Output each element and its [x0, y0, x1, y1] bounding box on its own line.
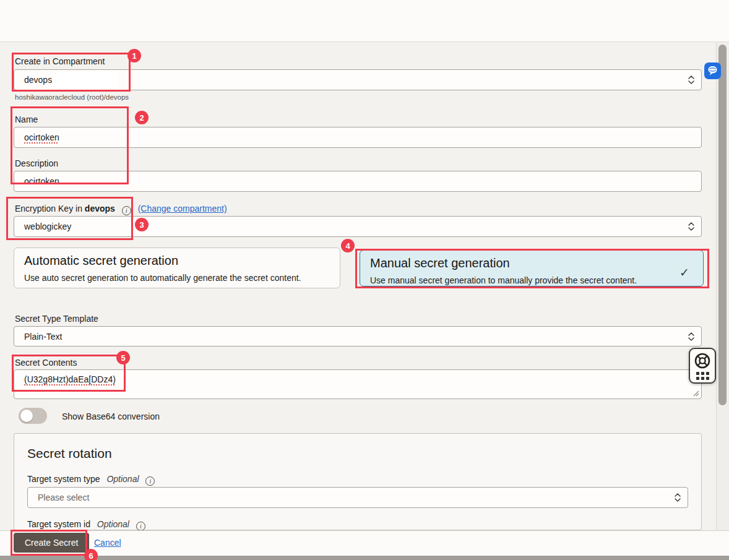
scrollbar-thumb[interactable] [718, 45, 727, 405]
resize-handle-icon[interactable] [693, 390, 699, 397]
secret-type-select[interactable]: Plain-Text [14, 326, 702, 347]
secret-rotation-title: Secret rotation [27, 446, 112, 461]
create-secret-button[interactable]: Create Secret [14, 533, 89, 553]
manual-generation-card[interactable]: Manual secret generation Use manual secr… [360, 250, 704, 286]
annotation-badge-1: 1 [127, 49, 141, 62]
encryption-key-select[interactable]: weblogickey [14, 216, 702, 237]
annotation-badge-4: 4 [341, 239, 355, 252]
secret-contents-label: Secret Contents [15, 358, 77, 368]
automatic-generation-description: Use auto secret generation to automatica… [24, 273, 330, 283]
chevron-up-down-icon [688, 332, 695, 342]
manual-generation-description: Use manual secret generation to manually… [370, 275, 693, 285]
annotation-badge-5: 5 [116, 351, 130, 364]
compartment-hint: hoshikawaoraclecloud (root)/devops [15, 93, 129, 101]
compartment-select[interactable]: devops [14, 69, 702, 90]
chevron-up-down-icon [688, 222, 695, 231]
compartment-label: Create in Compartment [15, 56, 105, 66]
check-icon: ✓ [679, 265, 689, 280]
redaction-patch [56, 72, 117, 88]
target-system-type-text: Target system type [27, 474, 100, 484]
encryption-key-label-prefix: Encryption Key in [15, 204, 82, 213]
automatic-generation-card[interactable]: Automatic secret generation Use auto sec… [14, 248, 340, 288]
change-compartment-link[interactable]: (Change compartment) [138, 204, 227, 213]
name-label: Name [15, 114, 38, 124]
target-system-id-label: Target system id Optional i [27, 519, 145, 531]
lifebuoy-icon[interactable] [693, 351, 712, 370]
target-system-type-placeholder: Please select [38, 493, 89, 502]
bottom-edge-strip [0, 556, 729, 560]
floating-helper-widget[interactable] [689, 348, 716, 384]
cancel-link[interactable]: Cancel [94, 538, 121, 548]
info-icon[interactable]: i [122, 206, 131, 215]
target-system-type-label: Target system type Optional i [27, 474, 155, 486]
secret-type-label: Secret Type Template [15, 314, 98, 324]
secret-type-value: Plain-Text [24, 332, 62, 342]
base64-toggle[interactable] [19, 408, 47, 424]
target-system-type-optional: Optional [106, 474, 139, 484]
encryption-key-label: Encryption Key in devops i (Change compa… [15, 204, 227, 215]
browser-extension-icon[interactable] [704, 62, 721, 79]
annotation-badge-6: 6 [84, 549, 98, 560]
annotation-badge-3: 3 [135, 218, 149, 231]
target-system-id-optional: Optional [97, 519, 129, 529]
compartment-value: devops [24, 75, 52, 85]
info-icon[interactable]: i [145, 476, 155, 486]
toggle-knob [20, 410, 33, 422]
secret-contents-textarea[interactable]: (U32g8Hzt)daEa[DDz4) [14, 369, 702, 399]
description-value: ocirtoken [24, 176, 59, 186]
secret-contents-value: (U32g8Hzt)daEa[DDz4) [24, 374, 116, 384]
name-input[interactable]: ocirtoken [14, 127, 702, 148]
description-label: Description [15, 158, 58, 168]
grid-dots-icon[interactable] [696, 372, 709, 380]
chevron-up-down-icon [674, 493, 681, 502]
target-system-id-text: Target system id [27, 519, 90, 529]
target-system-type-select[interactable]: Please select [27, 487, 688, 508]
info-icon[interactable]: i [136, 522, 145, 531]
encryption-key-compartment: devops [85, 204, 115, 213]
description-input[interactable]: ocirtoken [14, 171, 702, 192]
annotation-badge-2: 2 [135, 111, 149, 124]
chat-swirl-icon [706, 64, 719, 77]
automatic-generation-title: Automatic secret generation [24, 254, 330, 268]
base64-toggle-label: Show Base64 conversion [62, 411, 160, 421]
manual-generation-title: Manual secret generation [370, 256, 693, 270]
chevron-up-down-icon [688, 75, 695, 85]
name-value: ocirtoken [24, 132, 59, 142]
page-header [0, 0, 729, 42]
encryption-key-value: weblogickey [24, 222, 71, 231]
